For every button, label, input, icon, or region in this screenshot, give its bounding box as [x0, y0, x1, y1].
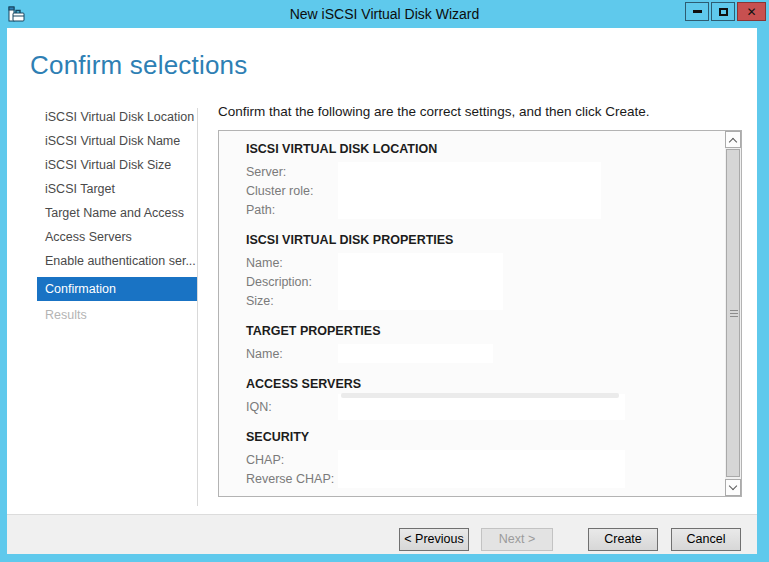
scroll-down-button[interactable] [725, 479, 741, 496]
sidebar-item-results: Results [37, 303, 197, 327]
summary-row: IQN: [246, 397, 725, 416]
previous-button[interactable]: < Previous [399, 528, 469, 551]
minimize-icon [693, 10, 702, 13]
summary-row: Reverse CHAP: [246, 469, 725, 488]
sidebar-item-enable-authentication[interactable]: Enable authentication ser... [37, 249, 197, 273]
footer-bar: < Previous Next > Create Cancel [7, 514, 757, 554]
field-label: Cluster role: [246, 184, 338, 198]
scrollbar-thumb[interactable] [726, 149, 740, 477]
next-button[interactable]: Next > [481, 528, 553, 551]
field-value-redacted [338, 469, 625, 488]
summary-row: Size: [246, 291, 725, 310]
maximize-icon [719, 8, 728, 16]
section-access-servers: ACCESS SERVERS IQN: [246, 377, 725, 416]
field-label: Description: [246, 275, 338, 289]
maximize-button[interactable] [711, 2, 735, 21]
section-disk-properties: ISCSI VIRTUAL DISK PROPERTIES Name: Desc… [246, 233, 725, 310]
window-title: New iSCSI Virtual Disk Wizard [0, 0, 769, 28]
instruction-text: Confirm that the following are the corre… [218, 104, 649, 119]
wizard-window: New iSCSI Virtual Disk Wizard ✕ Confirm … [0, 0, 769, 562]
sidebar-item-confirmation[interactable]: Confirmation [37, 277, 197, 301]
summary-row: Server: [246, 162, 725, 181]
summary-row: CHAP: [246, 450, 725, 469]
create-button[interactable]: Create [588, 528, 658, 551]
section-title: ISCSI VIRTUAL DISK LOCATION [246, 142, 725, 156]
field-label: Path: [246, 203, 338, 217]
close-button[interactable]: ✕ [737, 2, 766, 21]
sidebar-item-disk-name[interactable]: iSCSI Virtual Disk Name [37, 129, 197, 153]
sidebar-item-iscsi-target[interactable]: iSCSI Target [37, 177, 197, 201]
section-title: TARGET PROPERTIES [246, 324, 725, 338]
section-title: ACCESS SERVERS [246, 377, 725, 391]
chevron-down-icon [729, 481, 737, 489]
summary-sections: ISCSI VIRTUAL DISK LOCATION Server: Clus… [219, 131, 725, 496]
summary-row: Path: [246, 200, 725, 219]
section-security: SECURITY CHAP: Reverse CHAP: [246, 430, 725, 488]
section-title: SECURITY [246, 430, 725, 444]
sidebar-item-target-name-access[interactable]: Target Name and Access [37, 201, 197, 225]
field-label: Reverse CHAP: [246, 472, 338, 486]
field-value-redacted [338, 291, 503, 310]
window-controls: ✕ [685, 2, 766, 21]
field-label: Name: [246, 256, 338, 270]
field-label: IQN: [246, 400, 338, 414]
field-value-redacted [338, 450, 625, 469]
section-title: ISCSI VIRTUAL DISK PROPERTIES [246, 233, 725, 247]
field-value-redacted [338, 344, 493, 363]
minimize-button[interactable] [685, 2, 709, 21]
summary-panel: ISCSI VIRTUAL DISK LOCATION Server: Clus… [218, 130, 742, 497]
summary-row: Name: [246, 253, 725, 272]
field-label: CHAP: [246, 453, 338, 467]
field-value-redacted [338, 162, 601, 181]
title-bar: New iSCSI Virtual Disk Wizard ✕ [0, 0, 769, 28]
cancel-button[interactable]: Cancel [671, 528, 741, 551]
sidebar-item-disk-location[interactable]: iSCSI Virtual Disk Location [37, 105, 197, 129]
sidebar-separator [197, 108, 198, 506]
field-label: Name: [246, 347, 338, 361]
sidebar-item-access-servers[interactable]: Access Servers [37, 225, 197, 249]
field-label: Server: [246, 165, 338, 179]
summary-row: Description: [246, 272, 725, 291]
field-value-redacted [338, 272, 503, 291]
field-value-redacted [338, 181, 601, 200]
page-title: Confirm selections [30, 50, 247, 81]
sidebar-item-disk-size[interactable]: iSCSI Virtual Disk Size [37, 153, 197, 177]
chevron-up-icon [729, 137, 737, 145]
wizard-body: Confirm selections iSCSI Virtual Disk Lo… [7, 28, 757, 514]
thumb-grip-icon [730, 313, 738, 314]
section-disk-location: ISCSI VIRTUAL DISK LOCATION Server: Clus… [246, 142, 725, 219]
field-value-redacted [338, 253, 503, 272]
close-icon: ✕ [746, 5, 756, 19]
vertical-scrollbar[interactable] [725, 131, 741, 496]
section-target-properties: TARGET PROPERTIES Name: [246, 324, 725, 363]
field-value-redacted [338, 200, 601, 219]
summary-row: Name: [246, 344, 725, 363]
scroll-up-button[interactable] [725, 131, 741, 148]
summary-row: Cluster role: [246, 181, 725, 200]
field-label: Size: [246, 294, 338, 308]
redaction-artifact [341, 393, 619, 398]
